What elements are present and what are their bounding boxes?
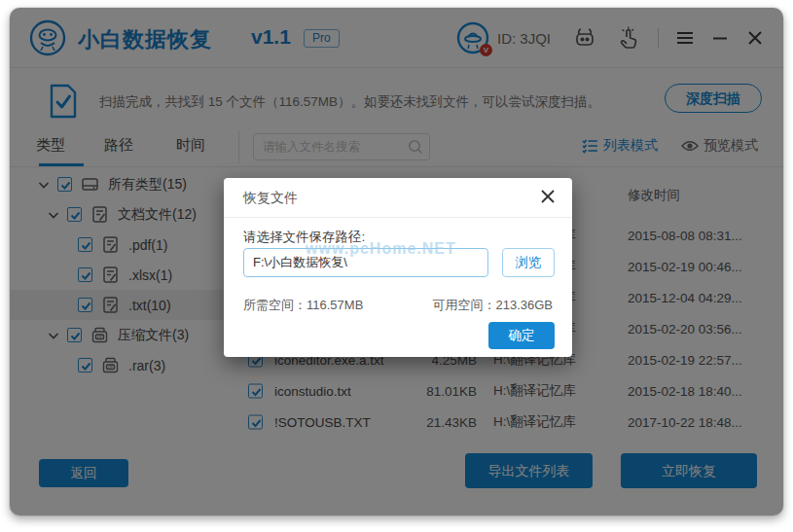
required-space: 所需空间：116.57MB [243, 297, 363, 314]
required-space-label: 所需空间： [243, 298, 306, 312]
app-window: 小白数据恢复 v1.1 Pro V ID: 3JQI [10, 8, 783, 515]
required-space-value: 116.57MB [306, 298, 363, 312]
confirm-button[interactable]: 确定 [488, 322, 555, 349]
space-info: 所需空间：116.57MB 可用空间：213.36GB [243, 297, 553, 314]
dialog-divider [224, 217, 572, 218]
available-space-value: 213.36GB [495, 298, 553, 312]
screen: 小白数据恢复 v1.1 Pro V ID: 3JQI [0, 0, 793, 532]
save-path-label: 请选择文件保存路径: [243, 229, 365, 246]
dialog-close-icon[interactable] [537, 186, 559, 207]
recover-file-dialog: 恢复文件 请选择文件保存路径: www.pcHome.NET 浏览 所需空间：1… [224, 178, 572, 357]
dialog-title: 恢复文件 [243, 190, 298, 207]
available-space-label: 可用空间： [432, 298, 495, 312]
available-space: 可用空间：213.36GB [432, 297, 553, 314]
save-path-input[interactable] [243, 248, 488, 277]
browse-button[interactable]: 浏览 [502, 248, 555, 277]
